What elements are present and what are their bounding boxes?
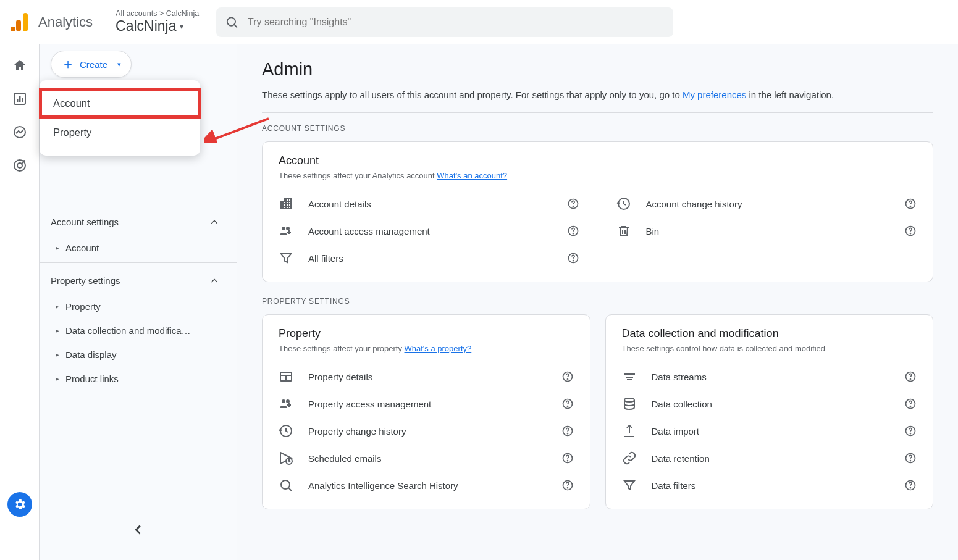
reports-icon[interactable] (12, 91, 27, 106)
setting-search-history[interactable]: Analytics Intelligence Search History (279, 472, 574, 499)
setting-property-access[interactable]: Property access management (279, 390, 574, 417)
setting-account-access[interactable]: Account access management (279, 217, 579, 244)
explore-icon[interactable] (12, 125, 27, 140)
sidebar-item-property[interactable]: ▸ Property (51, 295, 225, 319)
chevron-up-icon (209, 217, 219, 227)
svg-rect-1 (16, 20, 21, 31)
svg-point-44 (910, 406, 911, 407)
sidebar-section-label: Property settings (51, 275, 120, 286)
setting-label: All filters (308, 253, 343, 264)
search-input[interactable] (248, 17, 665, 28)
help-icon[interactable] (904, 479, 917, 491)
help-icon[interactable] (561, 452, 574, 464)
advertising-icon[interactable] (12, 158, 27, 173)
sidebar-item-label: Product links (65, 374, 119, 384)
property-picker[interactable]: All accounts > CalcNinja CalcNinja ▾ (116, 9, 199, 35)
setting-label: Property access management (308, 399, 431, 409)
svg-point-30 (567, 406, 568, 407)
page-title: Admin (262, 59, 933, 80)
setting-scheduled-emails[interactable]: Scheduled emails (279, 445, 574, 472)
sidebar-item-label: Property (65, 301, 101, 312)
sidebar-item-product-links[interactable]: ▸ Product links (51, 367, 225, 391)
subtitle-text: These settings apply to all users of thi… (262, 90, 683, 100)
chevron-left-icon (132, 523, 145, 537)
help-icon[interactable] (904, 452, 917, 464)
trash-icon (616, 224, 631, 238)
search-bar[interactable] (216, 7, 673, 37)
help-icon[interactable] (904, 425, 917, 437)
sidebar-item-account[interactable]: ▸ Account (51, 236, 225, 260)
svg-point-42 (624, 398, 634, 402)
setting-label: Property details (308, 372, 372, 382)
help-icon[interactable] (567, 225, 579, 237)
setting-account-history[interactable]: Account change history (616, 190, 917, 217)
sidebar-item-data-collection[interactable]: ▸ Data collection and modifica… (51, 319, 225, 343)
help-icon[interactable] (561, 425, 574, 437)
setting-label: Account details (308, 199, 371, 209)
section-label-account: ACCOUNT SETTINGS (262, 124, 933, 133)
upload-icon (622, 424, 637, 438)
collapse-sidebar-button[interactable] (132, 523, 145, 537)
svg-rect-7 (19, 96, 21, 102)
page-subtitle: These settings apply to all users of thi… (262, 90, 933, 100)
property-panel: Property These settings affect your prop… (262, 314, 590, 509)
svg-rect-8 (22, 98, 23, 102)
svg-rect-6 (17, 99, 19, 102)
create-menu-property[interactable]: Property (40, 118, 200, 147)
home-icon[interactable] (12, 58, 27, 73)
panel-title: Property (279, 327, 574, 340)
whats-a-property-link[interactable]: What's a property? (405, 344, 472, 353)
setting-label: Data collection (652, 399, 712, 409)
breadcrumb-account: CalcNinja (166, 9, 200, 18)
setting-data-collection[interactable]: Data collection (622, 390, 917, 417)
admin-gear-fab[interactable] (7, 492, 32, 517)
svg-point-19 (573, 261, 573, 261)
svg-point-2 (11, 27, 15, 31)
panel-title: Data collection and modification (622, 327, 917, 340)
analytics-logo-icon (10, 11, 32, 33)
setting-data-retention[interactable]: Data retention (622, 445, 917, 472)
setting-bin[interactable]: Bin (616, 217, 917, 244)
svg-point-15 (573, 206, 573, 207)
help-icon[interactable] (561, 370, 574, 383)
setting-account-details[interactable]: Account details (279, 190, 579, 217)
help-icon[interactable] (904, 198, 917, 210)
sidebar-item-data-display[interactable]: ▸ Data display (51, 343, 225, 367)
setting-label: Data streams (652, 372, 707, 382)
setting-data-filters[interactable]: Data filters (622, 472, 917, 499)
create-menu-account[interactable]: Account (40, 89, 200, 118)
sidebar-section-property-settings[interactable]: Property settings (51, 267, 225, 295)
panel-desc: These settings control how data is colle… (622, 344, 917, 353)
help-icon[interactable] (561, 479, 574, 491)
sidebar-section-account-settings[interactable]: Account settings (51, 208, 225, 236)
setting-all-filters[interactable]: All filters (279, 244, 579, 272)
help-icon[interactable] (567, 198, 579, 210)
caret-right-icon: ▸ (56, 244, 59, 252)
help-icon[interactable] (561, 398, 574, 410)
logo-group: Analytics (10, 11, 93, 33)
help-icon[interactable] (904, 225, 917, 237)
create-button-label: Create (80, 59, 107, 70)
setting-label: Data import (652, 426, 700, 437)
setting-label: Analytics Intelligence Search History (308, 480, 458, 491)
my-preferences-link[interactable]: My preferences (683, 90, 746, 100)
panel-title: Account (279, 154, 917, 167)
setting-property-history[interactable]: Property change history (279, 417, 574, 445)
layers-icon (622, 369, 637, 384)
setting-property-details[interactable]: Property details (279, 363, 574, 390)
help-icon[interactable] (567, 252, 579, 264)
history-icon (616, 196, 631, 211)
setting-data-streams[interactable]: Data streams (622, 363, 917, 390)
help-icon[interactable] (904, 398, 917, 410)
whats-an-account-link[interactable]: What's an account? (437, 171, 507, 180)
setting-label: Property change history (308, 426, 406, 437)
setting-data-import[interactable]: Data import (622, 417, 917, 445)
setting-label: Data filters (652, 480, 696, 491)
section-label-property: PROPERTY SETTINGS (262, 297, 933, 306)
caret-right-icon: ▸ (56, 303, 59, 311)
admin-sidebar: ＋ Create ▾ Account Property Account sett… (40, 44, 237, 560)
filter-icon (622, 478, 637, 493)
help-icon[interactable] (904, 370, 917, 383)
svg-point-48 (910, 461, 911, 461)
create-button[interactable]: ＋ Create ▾ (51, 51, 132, 78)
